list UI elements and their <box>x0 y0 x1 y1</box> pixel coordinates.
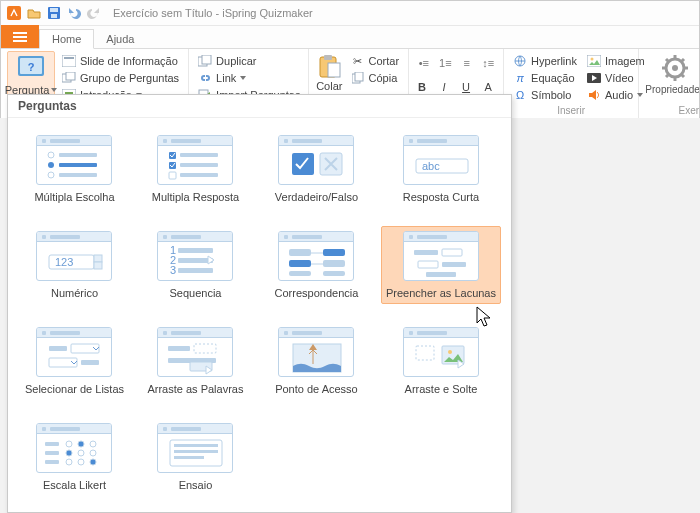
underline-button[interactable]: U <box>459 81 473 93</box>
group-inserir: Inserir <box>510 104 632 118</box>
svg-rect-79 <box>81 360 99 365</box>
open-icon[interactable] <box>25 4 43 22</box>
cut-icon: ✂ <box>351 54 365 68</box>
qtype-ponto-acesso[interactable]: Ponto de Acesso <box>260 322 373 400</box>
svg-rect-73 <box>418 261 438 268</box>
svg-point-93 <box>90 441 96 447</box>
qtype-arraste-palavras[interactable]: Arraste as Palavras <box>139 322 252 400</box>
svg-rect-67 <box>289 260 311 267</box>
qtype-multipla-resposta[interactable]: Multipla Resposta <box>139 130 252 208</box>
svg-point-39 <box>48 152 54 158</box>
font-color-button[interactable]: A <box>481 81 495 93</box>
copia-button[interactable]: Cópia <box>348 70 403 86</box>
svg-rect-13 <box>66 72 75 80</box>
svg-rect-85 <box>416 346 434 360</box>
group-icon <box>62 71 76 85</box>
svg-rect-49 <box>169 172 176 179</box>
audio-icon <box>587 88 601 102</box>
duplicate-icon <box>198 54 212 68</box>
equacao-button[interactable]: πEquação <box>510 70 580 86</box>
svg-rect-89 <box>45 451 59 455</box>
svg-rect-68 <box>323 260 345 267</box>
qtype-selecionar-listas[interactable]: Selecionar de Listas <box>18 322 131 400</box>
svg-text:?: ? <box>28 61 35 73</box>
qtype-escala-likert[interactable]: Escala Likert <box>18 418 131 496</box>
qtype-sequencia[interactable]: 123 Sequencia <box>139 226 252 304</box>
copy-icon <box>351 71 365 85</box>
undo-icon[interactable] <box>65 4 83 22</box>
qtype-correspondencia[interactable]: Correspondencia <box>260 226 373 304</box>
propriedades-button[interactable]: Propriedades <box>645 51 700 104</box>
svg-text:3: 3 <box>170 264 176 276</box>
svg-rect-88 <box>45 442 59 446</box>
svg-point-92 <box>78 441 84 447</box>
tabstrip: Home Ajuda <box>1 26 699 49</box>
tab-home[interactable]: Home <box>39 29 94 49</box>
hyperlink-icon <box>513 54 527 68</box>
svg-rect-17 <box>202 55 211 64</box>
titlebar: Exercício sem Título - iSpring Quizmaker <box>1 1 699 26</box>
svg-rect-2 <box>50 8 58 12</box>
svg-rect-81 <box>194 344 216 353</box>
svg-rect-25 <box>587 55 601 67</box>
svg-point-97 <box>66 459 72 465</box>
qtype-arraste-solte[interactable]: Arraste e Solte <box>381 322 501 400</box>
bold-button[interactable]: B <box>415 81 429 93</box>
svg-rect-64 <box>178 268 213 273</box>
svg-rect-80 <box>168 346 190 351</box>
svg-rect-23 <box>355 72 363 81</box>
bullets-icon[interactable]: •≡ <box>415 55 433 71</box>
link-button[interactable]: Link <box>195 70 303 86</box>
qtype-verdadeiro-falso[interactable]: Verdadeiro/Falso <box>260 130 373 208</box>
svg-rect-71 <box>414 250 438 255</box>
italic-button[interactable]: I <box>437 81 451 93</box>
svg-rect-72 <box>442 249 462 256</box>
svg-rect-44 <box>59 173 97 177</box>
svg-point-41 <box>48 162 54 168</box>
align-left-icon[interactable]: ≡ <box>458 55 476 71</box>
svg-rect-48 <box>180 163 218 167</box>
qtype-preencher-lacunas[interactable]: Preencher as Lacunas <box>381 226 501 304</box>
svg-rect-20 <box>324 55 332 60</box>
duplicar-button[interactable]: Duplicar <box>195 53 303 69</box>
svg-rect-50 <box>180 173 218 177</box>
chevron-down-icon <box>240 76 246 80</box>
simbolo-button[interactable]: ΩSímbolo <box>510 87 580 103</box>
svg-rect-60 <box>178 248 213 253</box>
qtype-numerico[interactable]: 123 Numérico <box>18 226 131 304</box>
svg-rect-102 <box>174 450 218 453</box>
equation-icon: π <box>513 71 527 85</box>
svg-point-87 <box>448 350 452 354</box>
paragraph-controls: •≡ 1≡ ≡ ↕≡ B I U A <box>415 51 497 93</box>
svg-rect-90 <box>45 460 59 464</box>
svg-rect-101 <box>174 444 218 447</box>
svg-point-95 <box>78 450 84 456</box>
svg-line-37 <box>666 74 669 77</box>
symbol-icon: Ω <box>513 88 527 102</box>
qtype-resposta-curta[interactable]: abc Resposta Curta <box>381 130 501 208</box>
svg-line-34 <box>666 59 669 62</box>
cortar-button[interactable]: ✂Cortar <box>348 53 403 69</box>
svg-rect-75 <box>426 272 456 277</box>
qtype-multipla-escolha[interactable]: Múltipla Escolha <box>18 130 131 208</box>
svg-point-94 <box>66 450 72 456</box>
line-spacing-icon[interactable]: ↕≡ <box>480 55 498 71</box>
group-exercicio: Exercício <box>645 104 700 118</box>
tab-help[interactable]: Ajuda <box>94 30 146 48</box>
svg-rect-3 <box>51 14 57 18</box>
svg-rect-10 <box>62 55 76 67</box>
redo-icon[interactable] <box>85 4 103 22</box>
qtype-ensaio[interactable]: Ensaio <box>139 418 252 496</box>
image-icon <box>587 54 601 68</box>
file-tab[interactable] <box>1 25 39 48</box>
svg-point-26 <box>590 58 593 61</box>
slide-info-button[interactable]: Slide de Informação <box>59 53 182 69</box>
numbering-icon[interactable]: 1≡ <box>437 55 455 71</box>
svg-rect-65 <box>289 249 311 256</box>
colar-button[interactable]: Colar <box>316 80 342 92</box>
svg-point-98 <box>78 459 84 465</box>
mouse-cursor <box>475 305 495 329</box>
hyperlink-button[interactable]: Hyperlink <box>510 53 580 69</box>
grupo-perguntas-button[interactable]: Grupo de Perguntas <box>59 70 182 86</box>
save-icon[interactable] <box>45 4 63 22</box>
